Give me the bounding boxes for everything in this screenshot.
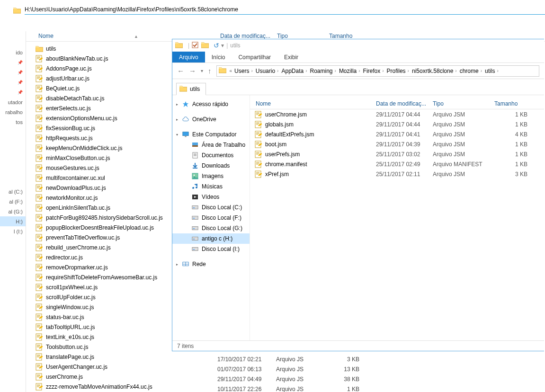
nav-item[interactable]: Documentos — [172, 150, 250, 160]
nav-item[interactable]: Imagens — [172, 171, 250, 181]
crumb-segment[interactable]: Users — [234, 68, 249, 74]
crumb-segment[interactable]: Firefox — [363, 68, 381, 74]
table-row[interactable]: 10/11/2017 22:26Arquivo JS1 KB — [26, 384, 359, 392]
ribbon[interactable]: Arquivo Início Compartilhar Exibir — [172, 52, 544, 63]
up-button[interactable]: ↑ — [208, 67, 212, 75]
list-item[interactable]: userChrome.jsm29/11/2017 04:44Arquivo JS… — [250, 109, 544, 119]
col-type[interactable]: Tipo — [274, 33, 326, 39]
outer-nav-item[interactable] — [0, 127, 26, 137]
outer-nav-item[interactable]: al (F:) — [0, 196, 26, 206]
nav-item[interactable]: Downloads — [172, 160, 250, 171]
folder-tab[interactable]: utils — [176, 83, 206, 95]
crumb-segment[interactable]: chrome — [460, 68, 479, 74]
expand-icon[interactable]: ▾ — [176, 133, 182, 137]
table-row[interactable]: 17/10/2017 02:21Arquivo JS3 KB — [26, 354, 359, 364]
nav-item[interactable]: ▸OneDrive — [172, 114, 250, 125]
list-item[interactable]: userPrefs.jsm25/11/2017 03:02Arquivo JSM… — [250, 149, 544, 159]
crumb-segment[interactable]: ni5oxrtk.58clone — [412, 68, 453, 74]
history-dropdown[interactable]: ▾ — [201, 68, 203, 73]
outer-nav-item[interactable]: 📌 — [0, 77, 26, 87]
outer-nav-item[interactable]: 📌 — [0, 67, 26, 77]
list-item[interactable]: boot.jsm29/11/2017 04:39Arquivo JSM1 KB — [250, 139, 544, 149]
outer-nav-item[interactable]: ido — [0, 47, 26, 57]
expand-icon[interactable]: ▸ — [176, 102, 182, 107]
list-item[interactable]: defaultExtPrefs.jsm29/11/2017 04:41Arqui… — [250, 129, 544, 139]
crumb-segment[interactable]: Mozilla — [339, 68, 357, 74]
back-button[interactable]: ← — [177, 67, 184, 75]
forward-button[interactable]: → — [189, 67, 196, 75]
outer-nav-item[interactable]: utador — [0, 97, 26, 107]
col-type[interactable]: Tipo — [430, 100, 491, 107]
outer-nav-item[interactable]: H:) — [0, 216, 26, 226]
crumb-segment[interactable]: utils — [485, 68, 495, 74]
table-row[interactable]: 01/07/2017 06:13Arquivo JS13 KB — [26, 364, 359, 374]
table-row[interactable]: 29/11/2017 04:49Arquivo JS38 KB — [26, 374, 359, 384]
folder-icon[interactable] — [201, 42, 209, 50]
address-bar-outer[interactable]: H:\Users\Usuario\AppData\Roaming\Mozilla… — [0, 5, 545, 16]
outer-nav-item[interactable]: 📌 — [0, 87, 26, 97]
nav-item[interactable]: Vídeos — [172, 192, 250, 202]
chevron-right-icon[interactable]: › — [455, 68, 456, 73]
nav-item[interactable]: Músicas — [172, 181, 250, 192]
outer-nav-item[interactable] — [0, 147, 26, 157]
properties-icon[interactable] — [192, 42, 198, 50]
chevron-right-icon[interactable]: › — [335, 68, 336, 73]
list-item[interactable]: chrome.manifest25/11/2017 02:49Arquivo M… — [250, 159, 544, 169]
address-path[interactable]: H:\Users\Usuario\AppData\Roaming\Mozilla… — [25, 6, 545, 15]
nav-item[interactable]: ▾Este Computador — [172, 129, 250, 140]
nav-item[interactable]: Disco Local (I:) — [172, 244, 250, 254]
nav-tree[interactable]: ▸Acesso rápido▸OneDrive▾Este ComputadorÁ… — [172, 95, 250, 340]
nav-item[interactable]: Disco Local (G:) — [172, 223, 250, 233]
list-item[interactable]: globals.jsm29/11/2017 04:44Arquivo JSM1 … — [250, 119, 544, 129]
outer-nav-item[interactable]: rabalho — [0, 107, 26, 117]
nav-item[interactable]: ▸Rede — [172, 259, 250, 269]
ribbon-tab-file[interactable]: Arquivo — [172, 52, 205, 62]
inner-file-list[interactable]: userChrome.jsm29/11/2017 04:44Arquivo JS… — [250, 109, 544, 179]
ribbon-tab-view[interactable]: Exibir — [277, 52, 305, 62]
inner-column-headers[interactable]: Nome Data de modificaç... Tipo Tamanho — [250, 98, 544, 109]
chevron-right-icon[interactable]: › — [305, 68, 307, 73]
chevron-right-icon[interactable]: › — [408, 68, 409, 73]
crumb-segment[interactable]: Roaming — [310, 68, 333, 74]
titlebar[interactable]: | ↺ ▾ | utils — [172, 39, 544, 52]
expand-icon[interactable]: ▸ — [176, 262, 182, 267]
crumb-segment[interactable]: Profiles — [387, 68, 406, 74]
col-size[interactable]: Tamanho — [491, 100, 525, 107]
inner-file-pane[interactable]: Nome Data de modificaç... Tipo Tamanho u… — [250, 95, 544, 340]
ribbon-tab-home[interactable]: Início — [205, 52, 232, 62]
crumb-segment[interactable]: AppData — [281, 68, 304, 74]
col-date[interactable]: Data de modificaç... — [217, 33, 274, 39]
crumb-overflow-icon[interactable]: « — [230, 68, 232, 73]
col-name[interactable]: Nome▲ — [36, 33, 217, 39]
chevron-right-icon[interactable]: › — [481, 68, 482, 73]
nav-item[interactable]: Disco Local (C:) — [172, 202, 250, 213]
chevron-right-icon[interactable]: › — [382, 68, 384, 73]
outer-nav-item[interactable]: al (G:) — [0, 206, 26, 216]
chevron-right-icon[interactable]: › — [251, 68, 252, 73]
folder-tabstrip[interactable]: utils — [172, 79, 544, 95]
ribbon-tab-share[interactable]: Compartilhar — [232, 52, 277, 62]
qat-overflow[interactable]: ▾ — [221, 42, 224, 49]
chevron-right-icon[interactable]: › — [277, 68, 278, 73]
expand-icon[interactable]: ▸ — [176, 117, 182, 122]
breadcrumb[interactable]: « Users›Usuario›AppData›Roaming›Mozilla›… — [216, 65, 540, 77]
outer-nav-item[interactable] — [0, 157, 26, 167]
col-name[interactable]: Nome — [253, 100, 373, 107]
outer-nav-item[interactable]: 📌 — [0, 57, 26, 67]
list-item[interactable]: xPref.jsm25/11/2017 02:11Arquivo JSM3 KB — [250, 169, 544, 179]
outer-nav-item[interactable]: al (C:) — [0, 187, 26, 196]
chevron-right-icon[interactable]: › — [358, 68, 360, 73]
outer-nav-item[interactable]: l (I:) — [0, 226, 26, 236]
outer-nav-item[interactable] — [0, 177, 26, 187]
nav-item[interactable]: ▸Acesso rápido — [172, 99, 250, 109]
chevron-right-icon[interactable]: › — [497, 68, 498, 73]
col-date[interactable]: Data de modificaç... — [373, 100, 430, 107]
outer-nav-item[interactable] — [0, 167, 26, 177]
outer-nav-item[interactable]: tos — [0, 117, 26, 127]
col-size[interactable]: Tamanho — [326, 33, 369, 39]
nav-item[interactable]: Área de Trabalho — [172, 140, 250, 150]
undo-icon[interactable]: ↺ — [214, 42, 219, 49]
nav-item[interactable]: Disco Local (F:) — [172, 213, 250, 223]
outer-nav-item[interactable] — [0, 137, 26, 147]
crumb-segment[interactable]: Usuario — [256, 68, 275, 74]
